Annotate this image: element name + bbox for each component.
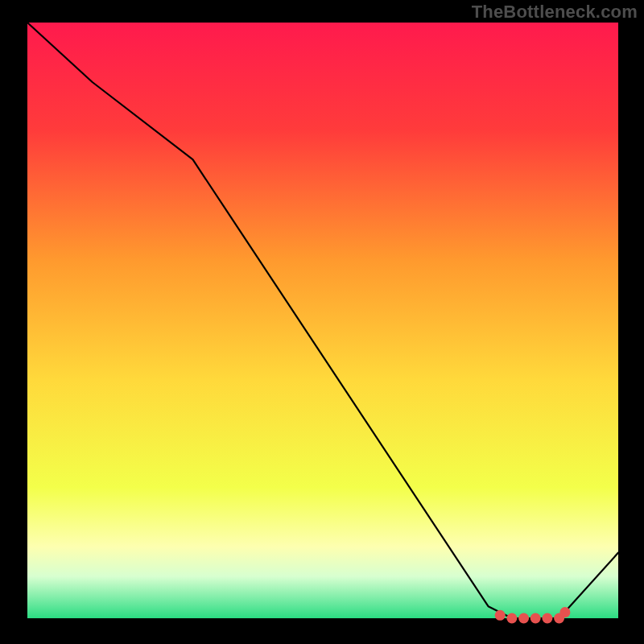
- optimal-marker: [506, 613, 517, 624]
- bottleneck-chart: [0, 0, 644, 644]
- optimal-marker: [530, 613, 541, 624]
- optimal-marker: [495, 610, 506, 621]
- chart-frame: TheBottleneck.com: [0, 0, 644, 644]
- gradient-background: [27, 23, 618, 618]
- optimal-marker: [542, 613, 552, 624]
- optimal-marker: [518, 613, 529, 624]
- optimal-marker: [559, 607, 570, 617]
